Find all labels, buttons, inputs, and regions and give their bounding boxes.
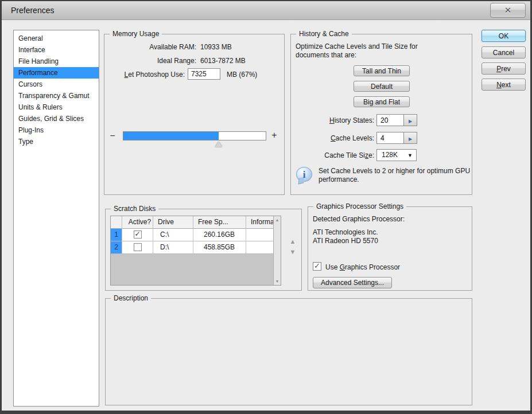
scratch-disks-group: Scratch Disks Active? Drive Free Sp... I…: [105, 209, 302, 291]
memory-slider-fill: [123, 132, 219, 140]
active-checkbox[interactable]: ✓: [134, 231, 142, 239]
description-group: Description: [105, 298, 472, 405]
information-cell: [246, 241, 274, 254]
close-icon: ✕: [504, 5, 512, 15]
information-cell: [246, 229, 274, 241]
header-active: Active?: [122, 216, 153, 229]
scroll-up-icon[interactable]: ▲: [274, 218, 281, 222]
let-photoshop-use-input[interactable]: [188, 68, 220, 80]
sidebar-item-units-rulers[interactable]: Units & Rulers: [14, 101, 99, 113]
sidebar-item-cursors[interactable]: Cursors: [14, 79, 99, 90]
sidebar-item-plug-ins[interactable]: Plug-Ins: [14, 124, 99, 136]
header-information: Information: [246, 216, 274, 229]
use-graphics-processor-label: Use Graphics Processor: [325, 263, 400, 271]
memory-slider-thumb[interactable]: [215, 142, 222, 147]
prev-button[interactable]: Prev: [481, 63, 526, 75]
scratch-disk-row[interactable]: 1 ✓ C:\ 260.16GB: [111, 229, 281, 241]
move-disk-down-button[interactable]: ▼: [288, 248, 297, 255]
gpu-model: ATI Radeon HD 5570: [313, 237, 378, 245]
scratch-disks-table: Active? Drive Free Sp... Information 1 ✓…: [110, 216, 281, 286]
memory-slider-decrease-button[interactable]: −: [108, 131, 117, 141]
default-preset-button[interactable]: Default: [354, 81, 410, 92]
history-states-slider-button[interactable]: ▶: [404, 114, 417, 126]
sidebar-item-file-handling[interactable]: File Handling: [14, 56, 99, 67]
history-cache-group: History & Cache Optimize Cache Levels an…: [290, 34, 472, 195]
next-button[interactable]: Next: [481, 79, 526, 91]
move-disk-up-button[interactable]: ▲: [288, 238, 297, 245]
dropdown-arrow-icon: ▼: [407, 150, 413, 161]
cache-levels-slider-button[interactable]: ▶: [404, 132, 417, 144]
description-legend: Description: [111, 294, 151, 302]
spinner-arrow-icon: ▶: [409, 136, 412, 142]
cache-levels-note: Set Cache Levels to 2 or higher for opti…: [319, 167, 475, 184]
gpu-vendor: ATI Technologies Inc.: [313, 228, 378, 236]
scroll-down-icon[interactable]: ▼: [274, 279, 281, 283]
history-cache-legend: History & Cache: [296, 30, 352, 38]
sidebar-item-transparency-gamut[interactable]: Transparency & Gamut: [14, 90, 99, 101]
sidebar-item-guides-grid-slices[interactable]: Guides, Grid & Slices: [14, 113, 99, 124]
ideal-range-label: Ideal Range:: [104, 57, 196, 65]
graphics-processor-legend: Graphics Processor Settings: [313, 202, 406, 210]
detected-gpu-label: Detected Graphics Processor:: [313, 215, 405, 223]
let-photoshop-use-label: Let Photoshop Use:: [104, 71, 185, 79]
window-title: Preferences: [11, 6, 54, 15]
free-space-cell: 260.16GB: [193, 229, 246, 241]
history-states-input[interactable]: [376, 114, 404, 126]
row-number: 2: [111, 241, 122, 254]
active-checkbox[interactable]: [134, 243, 142, 251]
cache-tile-size-value: 128K: [382, 151, 398, 159]
graphics-processor-group: Graphics Processor Settings Detected Gra…: [308, 206, 472, 291]
titlebar[interactable]: Preferences ✕: [2, 1, 530, 20]
sidebar-item-performance[interactable]: Performance: [14, 67, 99, 79]
ok-button[interactable]: OK: [481, 30, 526, 42]
cancel-button[interactable]: Cancel: [481, 46, 526, 58]
use-graphics-processor-checkbox[interactable]: ✓: [313, 262, 321, 271]
memory-usage-legend: Memory Usage: [110, 30, 162, 38]
row-number: 1: [111, 229, 122, 241]
drive-cell: D:\: [153, 241, 193, 254]
scratch-disk-row[interactable]: 2 D:\ 458.85GB: [111, 241, 281, 254]
header-free-space: Free Sp...: [193, 216, 246, 229]
cache-tile-size-dropdown[interactable]: 128K ▼: [376, 149, 417, 161]
cache-intro-text: Optimize Cache Levels and Tile Size for …: [296, 42, 444, 60]
history-states-label: History States:: [291, 116, 374, 124]
header-drive: Drive: [153, 216, 193, 229]
table-scrollbar[interactable]: ▲ ▼: [273, 216, 281, 285]
header-num: [111, 216, 122, 229]
preferences-dialog: Preferences ✕ General Interface File Han…: [0, 0, 532, 414]
advanced-settings-button[interactable]: Advanced Settings...: [313, 277, 392, 288]
memory-slider-increase-button[interactable]: +: [270, 130, 279, 140]
tall-and-thin-button[interactable]: Tall and Thin: [354, 65, 410, 76]
drive-cell: C:\: [153, 229, 193, 241]
memory-slider-track[interactable]: [123, 131, 266, 140]
ideal-range-value: 6013-7872 MB: [200, 57, 246, 65]
cache-levels-label: Cache Levels:: [291, 134, 374, 142]
scratch-table-header: Active? Drive Free Sp... Information: [111, 216, 281, 229]
close-button[interactable]: ✕: [490, 3, 526, 18]
sidebar-item-type[interactable]: Type: [14, 136, 99, 147]
cache-tile-size-label: Cache Tile Size:: [291, 151, 374, 159]
memory-percent-label: MB (67%): [227, 71, 257, 79]
big-and-flat-button[interactable]: Big and Flat: [354, 96, 410, 107]
memory-usage-group: Memory Usage Available RAM: 10933 MB Ide…: [104, 34, 285, 195]
free-space-cell: 458.85GB: [193, 241, 246, 254]
available-ram-value: 10933 MB: [200, 43, 232, 51]
preferences-category-list: General Interface File Handling Performa…: [13, 30, 99, 407]
available-ram-label: Available RAM:: [104, 43, 196, 51]
spinner-arrow-icon: ▶: [409, 119, 412, 124]
sidebar-item-general[interactable]: General: [14, 33, 99, 44]
sidebar-item-interface[interactable]: Interface: [14, 44, 99, 56]
cache-levels-input[interactable]: [376, 132, 404, 144]
info-icon: i: [296, 167, 312, 182]
scratch-disks-legend: Scratch Disks: [111, 205, 158, 213]
